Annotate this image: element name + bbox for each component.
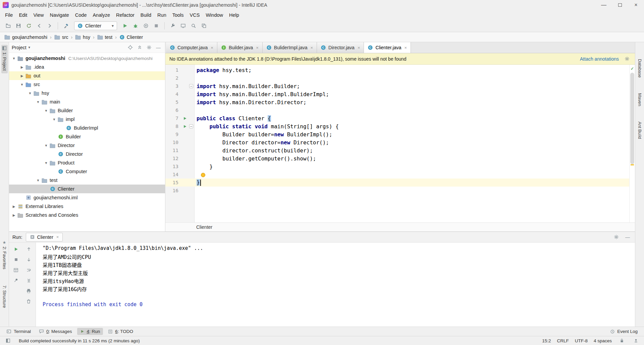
tool-button-favorites[interactable]: ★ 2: Favorites: [1, 238, 8, 272]
chevron-collapsed-icon[interactable]: ▶: [19, 74, 25, 78]
menu-tools[interactable]: Tools: [169, 11, 187, 19]
chevron-expanded-icon[interactable]: ▼: [43, 109, 49, 113]
chevron-expanded-icon[interactable]: ▼: [35, 179, 41, 182]
menu-navigate[interactable]: Navigate: [47, 11, 72, 19]
chevron-expanded-icon[interactable]: ▼: [11, 57, 17, 60]
breadcrumb-class[interactable]: Clienter: [196, 224, 212, 230]
menu-window[interactable]: Window: [203, 11, 226, 19]
code-line-11[interactable]: 11 director.construct(builder);: [165, 146, 629, 154]
run-console[interactable]: "D:\Program Files\Java\jdk1.8.0_131\bin\…: [36, 243, 635, 327]
menu-view[interactable]: View: [30, 11, 47, 19]
open-file-icon[interactable]: [3, 21, 13, 30]
code-line-14[interactable]: 14: [165, 170, 629, 179]
tool-button-messages[interactable]: 0: Messages: [36, 328, 75, 335]
hide-run-panel-icon[interactable]: —: [624, 233, 632, 241]
project-panel-title[interactable]: Project: [12, 45, 26, 50]
menu-run[interactable]: Run: [154, 11, 169, 19]
menu-vcs[interactable]: VCS: [187, 11, 203, 19]
tree-item-external-libraries[interactable]: ▶External Libraries: [9, 202, 165, 211]
synchronize-icon[interactable]: [24, 21, 34, 30]
caret-position[interactable]: 15:2: [542, 338, 551, 343]
close-button[interactable]: ×: [628, 0, 644, 10]
tree-item-idea[interactable]: ▶.idea: [9, 63, 165, 71]
rerun-icon[interactable]: [12, 245, 20, 254]
tree-item-builder[interactable]: IBuilder: [9, 132, 165, 141]
tree-item-goujianzhemoshi[interactable]: ▼goujianzhemoshiC:\Users\ASUS\Desktop\go…: [9, 54, 165, 63]
line-separator[interactable]: CRLF: [557, 338, 569, 343]
run-icon[interactable]: [120, 21, 130, 30]
tool-button-todo[interactable]: 6: TODO: [105, 328, 136, 335]
code-viewport[interactable]: 1package hsy.test;23−import hsy.main.Bui…: [165, 65, 629, 222]
chevron-expanded-icon[interactable]: ▼: [51, 118, 57, 121]
collapse-all-icon[interactable]: [136, 44, 144, 51]
code-line-9[interactable]: 9 Builder builder=new BuliderImpl();: [165, 130, 629, 138]
event-log-button[interactable]: Event Log: [607, 328, 641, 335]
stop-icon[interactable]: [152, 21, 161, 30]
menu-code[interactable]: Code: [72, 11, 90, 19]
code-line-2[interactable]: 2: [165, 74, 629, 82]
chevron-expanded-icon[interactable]: ▼: [43, 144, 49, 147]
menu-help[interactable]: Help: [226, 11, 242, 19]
soft-wrap-icon[interactable]: [24, 266, 33, 274]
editor-scrollbar[interactable]: [630, 73, 634, 164]
file-encoding[interactable]: UTF-8: [575, 338, 588, 343]
forward-arrow-icon[interactable]: [45, 21, 54, 30]
lock-icon[interactable]: [618, 337, 626, 344]
search-icon[interactable]: [189, 21, 198, 30]
tool-button-structure[interactable]: 7: Structure: [1, 283, 8, 310]
indent-style[interactable]: 4 spaces: [594, 338, 612, 343]
editor-tab-builder-java[interactable]: IBuilder.java×: [217, 42, 263, 53]
tool-button-database[interactable]: Database: [637, 56, 643, 80]
code-line-6[interactable]: 6: [165, 106, 629, 114]
code-line-13[interactable]: 13 }: [165, 162, 629, 170]
chevron-collapsed-icon[interactable]: ▶: [19, 65, 25, 69]
close-tab-icon[interactable]: ×: [405, 45, 407, 50]
code-line-8[interactable]: 8− public static void main(String[] args…: [165, 122, 629, 130]
save-all-icon[interactable]: [14, 21, 23, 30]
highlighting-level-icon[interactable]: [632, 337, 640, 344]
tree-item-goujianzhemoshi-iml[interactable]: goujianzhemoshi.iml: [9, 193, 165, 202]
run-line-marker-icon[interactable]: [181, 125, 188, 128]
close-tab-icon[interactable]: ×: [358, 45, 360, 50]
close-tab-icon[interactable]: ×: [310, 45, 313, 50]
code-line-16[interactable]: 16: [165, 187, 629, 195]
run-settings-gear-icon[interactable]: [612, 233, 620, 241]
intention-bulb-icon[interactable]: [201, 173, 205, 177]
chevron-expanded-icon[interactable]: ▼: [35, 100, 41, 104]
code-line-10[interactable]: 10 Director director=new Director();: [165, 138, 629, 146]
clear-all-icon[interactable]: [24, 297, 33, 305]
editor-tab-buliderimpl-java[interactable]: CBuliderImpl.java×: [263, 42, 317, 53]
editor-tab-computer-java[interactable]: CComputer.java×: [166, 42, 217, 53]
locate-file-icon[interactable]: [126, 44, 134, 51]
code-line-5[interactable]: 5import hsy.main.Director.Director;: [165, 98, 629, 106]
chevron-collapsed-icon[interactable]: ▶: [11, 205, 17, 208]
tree-item-scratches-and-consoles[interactable]: ▶Scratches and Consoles: [9, 211, 165, 219]
breadcrumb-clienter[interactable]: CClienter: [118, 34, 144, 41]
tree-item-test[interactable]: ▼test: [9, 176, 165, 185]
hide-panel-icon[interactable]: —: [154, 44, 162, 51]
fold-marker-icon[interactable]: −: [188, 84, 194, 88]
debug-bug-icon[interactable]: [131, 21, 140, 30]
restore-layout-icon[interactable]: [12, 266, 20, 274]
menu-edit[interactable]: Edit: [16, 11, 30, 19]
tree-item-out[interactable]: ▶out: [9, 71, 165, 80]
code-line-7[interactable]: 7public class Clienter {: [165, 114, 629, 122]
copy-squares-icon[interactable]: [199, 21, 209, 30]
editor-tab-director-java[interactable]: CDirector.java×: [317, 42, 364, 53]
tool-button-ant-build[interactable]: Ant Build: [637, 119, 643, 142]
wrench-icon[interactable]: [168, 21, 177, 30]
menu-analyze[interactable]: Analyze: [90, 11, 113, 19]
tree-item-builder[interactable]: ▼Builder: [9, 106, 165, 115]
code-line-12[interactable]: 12 builder.getComputer().show();: [165, 154, 629, 162]
tool-button-maven[interactable]: Maven: [637, 90, 643, 109]
attach-annotations-link[interactable]: Attach annotations: [580, 56, 619, 62]
back-arrow-icon[interactable]: [35, 21, 44, 30]
code-editor[interactable]: 1package hsy.test;23−import hsy.main.Bui…: [165, 65, 635, 222]
code-line-3[interactable]: 3−import hsy.main.Builder.Builder;: [165, 82, 629, 90]
editor-tab-clienter-java[interactable]: CClienter.java×: [364, 42, 411, 53]
build-project-icon[interactable]: [61, 21, 71, 30]
run-configuration-select[interactable]: C Clienter ▾: [74, 21, 117, 30]
chevron-expanded-icon[interactable]: ▼: [27, 91, 33, 95]
maximize-button[interactable]: [612, 0, 628, 10]
close-tab-icon[interactable]: ×: [56, 234, 59, 239]
